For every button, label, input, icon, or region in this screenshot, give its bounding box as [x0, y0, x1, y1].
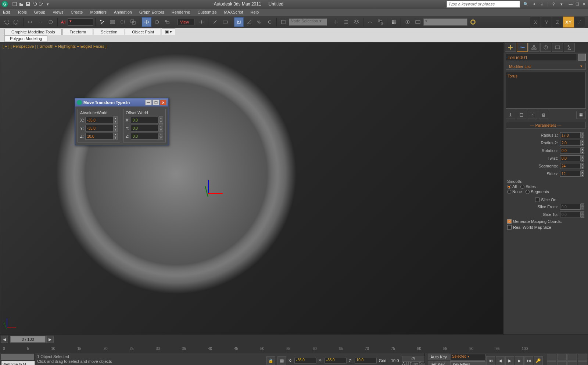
- off-z-input[interactable]: 0.0: [131, 133, 159, 140]
- new-icon[interactable]: [12, 1, 18, 7]
- manipulate-button[interactable]: [210, 17, 220, 27]
- axis-z-button[interactable]: Z: [552, 17, 563, 28]
- real-world-map-checkbox[interactable]: Real-World Map Size: [507, 225, 584, 230]
- abs-x-up[interactable]: ▲: [113, 116, 118, 120]
- menu-create[interactable]: Create: [71, 10, 83, 14]
- dialog-titlebar[interactable]: Move Transform Type-In — ☐ ✕: [75, 98, 168, 106]
- off-x-down[interactable]: ▼: [159, 120, 163, 124]
- pin-stack-button[interactable]: [506, 111, 515, 119]
- menu-edit[interactable]: Edit: [3, 10, 10, 14]
- radius2-up[interactable]: ▲: [581, 140, 584, 143]
- abs-z-down[interactable]: ▼: [113, 136, 118, 140]
- utilities-tab[interactable]: [564, 43, 575, 52]
- viewport-label[interactable]: [ + ] [ Perspective ] [ Smooth + Highlig…: [3, 44, 107, 48]
- segments-up[interactable]: ▲: [581, 163, 584, 166]
- sides-down[interactable]: ▼: [581, 174, 584, 177]
- favorites-icon[interactable]: ☆: [539, 1, 545, 7]
- menu-tools[interactable]: Tools: [17, 10, 27, 14]
- prev-frame-button[interactable]: ◀: [496, 356, 505, 365]
- show-end-result-button[interactable]: [517, 111, 526, 119]
- render-setup-button[interactable]: [403, 17, 412, 27]
- app-icon[interactable]: G: [1, 1, 8, 7]
- close-button[interactable]: ✕: [581, 1, 587, 7]
- unlink-button[interactable]: [36, 17, 45, 27]
- motion-tab[interactable]: [540, 43, 551, 52]
- off-x-input[interactable]: 0.0: [131, 117, 159, 123]
- axis-y-button[interactable]: Y: [541, 17, 552, 28]
- communication-center-icon[interactable]: ✦: [531, 1, 537, 7]
- coord-x-input[interactable]: -35.0: [294, 358, 316, 364]
- link-button[interactable]: [25, 17, 35, 27]
- abs-y-up[interactable]: ▲: [113, 124, 118, 128]
- off-y-down[interactable]: ▼: [159, 128, 163, 132]
- sides-up[interactable]: ▲: [581, 170, 584, 174]
- redo-button[interactable]: [12, 17, 21, 27]
- menu-animation[interactable]: Animation: [114, 10, 132, 14]
- fov-button[interactable]: [547, 361, 556, 365]
- zoom-extents-button[interactable]: [567, 354, 577, 361]
- modifier-stack[interactable]: Torus: [506, 72, 586, 109]
- ribbon-tab-selection[interactable]: Selection: [94, 29, 124, 35]
- redo-icon[interactable]: [38, 1, 44, 7]
- maximize-viewport-button[interactable]: [578, 361, 587, 365]
- rendered-frame-button[interactable]: [413, 17, 423, 27]
- create-tab[interactable]: [505, 43, 516, 52]
- abs-z-input[interactable]: 10.0: [85, 133, 113, 140]
- twist-up[interactable]: ▲: [581, 155, 584, 158]
- goto-end-button[interactable]: ⏭: [524, 356, 533, 365]
- zoom-extents-all-button[interactable]: [578, 354, 587, 361]
- keyboard-shortcut-button[interactable]: [220, 17, 230, 27]
- radius2-input[interactable]: 2.0: [560, 140, 581, 146]
- select-move-button[interactable]: [142, 17, 151, 27]
- curve-editor-button[interactable]: [365, 17, 375, 27]
- segments-down[interactable]: ▼: [581, 166, 584, 169]
- modifier-stack-item[interactable]: Torus: [508, 74, 517, 78]
- material-editor-button[interactable]: [389, 17, 399, 27]
- align-button[interactable]: [341, 17, 351, 27]
- make-unique-button[interactable]: [528, 111, 537, 119]
- undo-icon[interactable]: [32, 1, 37, 7]
- key-mode-dropdown[interactable]: Selected ▾: [450, 354, 485, 361]
- add-time-tag[interactable]: Add Time Tag: [402, 362, 424, 365]
- dialog-close-button[interactable]: ✕: [160, 100, 166, 105]
- off-z-down[interactable]: ▼: [159, 136, 163, 140]
- parameters-rollout-header[interactable]: — Parameters —: [506, 122, 586, 129]
- set-key-button[interactable]: Set Key: [428, 361, 449, 365]
- goto-start-button[interactable]: ⏮: [486, 356, 495, 365]
- smooth-segments-radio[interactable]: Segments: [526, 189, 549, 194]
- key-filters-button[interactable]: Key Filters...: [450, 361, 485, 365]
- rotation-up[interactable]: ▲: [581, 147, 584, 151]
- abs-y-input[interactable]: -35.0: [85, 125, 113, 131]
- layers-button[interactable]: [352, 17, 361, 27]
- key-mode-toggle[interactable]: 🔑: [534, 356, 543, 365]
- abs-y-down[interactable]: ▼: [113, 128, 118, 132]
- spinner-snap-button[interactable]: [265, 17, 275, 27]
- sides-input[interactable]: 12: [560, 171, 581, 177]
- move-transform-dialog[interactable]: Move Transform Type-In — ☐ ✕ Absolute:Wo…: [75, 98, 169, 145]
- ribbon-panel-polygon-modeling[interactable]: Polygon Modeling: [4, 35, 47, 42]
- smooth-none-radio[interactable]: None: [507, 189, 522, 194]
- window-crossing-button[interactable]: [128, 17, 138, 27]
- named-selection-button[interactable]: [279, 17, 288, 27]
- off-y-up[interactable]: ▲: [159, 124, 163, 128]
- menu-graph-editors[interactable]: Graph Editors: [139, 10, 164, 14]
- open-icon[interactable]: [18, 1, 24, 7]
- select-by-name-button[interactable]: [108, 17, 117, 27]
- timeslider-prev-button[interactable]: ◀: [1, 336, 8, 343]
- percent-snap-button[interactable]: %: [255, 17, 264, 27]
- pivot-button[interactable]: [197, 17, 206, 27]
- radius1-down[interactable]: ▼: [581, 135, 584, 138]
- hierarchy-tab[interactable]: [528, 43, 539, 52]
- ref-coord-label[interactable]: View: [178, 19, 194, 25]
- dialog-help-button[interactable]: ☐: [153, 100, 159, 105]
- smooth-all-radio[interactable]: All: [507, 184, 517, 189]
- selection-filter-dropdown[interactable]: ▾: [68, 18, 93, 26]
- coord-y-input[interactable]: -35.0: [325, 358, 347, 364]
- abs-z-up[interactable]: ▲: [113, 133, 118, 136]
- auto-key-button[interactable]: Auto Key: [428, 354, 449, 360]
- menu-rendering[interactable]: Rendering: [172, 10, 190, 14]
- ribbon-tab-object-paint[interactable]: Object Paint: [125, 29, 161, 35]
- undo-button[interactable]: [1, 17, 11, 27]
- zoom-all-button[interactable]: [557, 354, 567, 361]
- track-bar[interactable]: 0 5 10 15 20 25 30 35 40 45 50 55 60 65 …: [0, 344, 588, 353]
